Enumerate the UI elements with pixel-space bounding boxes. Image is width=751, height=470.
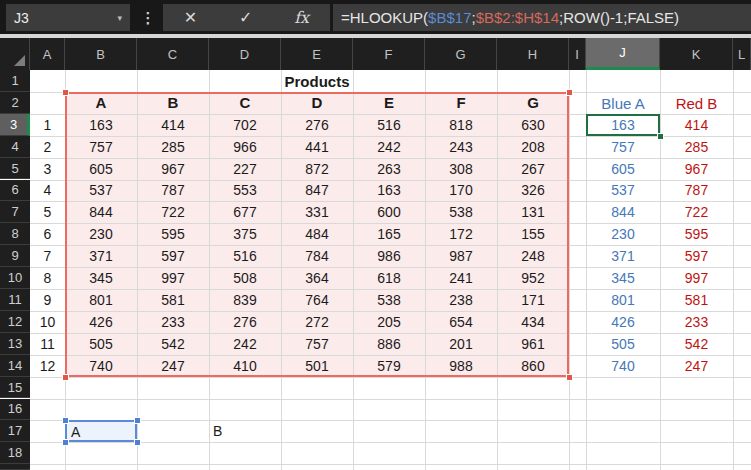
cell-B3[interactable]: 163	[65, 114, 137, 136]
cell-A12[interactable]: 10	[30, 311, 65, 333]
cell-J3[interactable]: 163	[586, 114, 660, 136]
cell-C9[interactable]: 597	[137, 245, 209, 267]
cell-E14[interactable]: 501	[281, 355, 353, 377]
cell-D12[interactable]: 276	[209, 311, 281, 333]
cell-G12[interactable]: 654	[425, 311, 497, 333]
cell-G14[interactable]: 988	[425, 355, 497, 377]
cell-H2[interactable]: G	[497, 92, 569, 114]
cell-B12[interactable]: 426	[65, 311, 137, 333]
cell-D10[interactable]: 508	[209, 267, 281, 289]
cell-K11[interactable]: 581	[660, 289, 733, 311]
formula-input[interactable]: =HLOOKUP($B$17;$B$2:$H$14;ROW()-1;FALSE)	[341, 9, 679, 26]
row-header-11[interactable]: 11	[0, 289, 30, 311]
cell-G5[interactable]: 308	[425, 158, 497, 180]
row-header-13[interactable]: 13	[0, 333, 30, 355]
cell-E7[interactable]: 331	[281, 201, 353, 223]
cell-A5[interactable]: 3	[30, 158, 65, 180]
cell-B4[interactable]: 757	[65, 136, 137, 158]
cell-A14[interactable]: 12	[30, 355, 65, 377]
cell-G4[interactable]: 243	[425, 136, 497, 158]
range-handle[interactable]	[62, 417, 69, 424]
cell-K8[interactable]: 595	[660, 223, 733, 245]
cell-G6[interactable]: 170	[425, 180, 497, 202]
cell-A13[interactable]: 11	[30, 333, 65, 355]
cell-A11[interactable]: 9	[30, 289, 65, 311]
cell-E9[interactable]: 784	[281, 245, 353, 267]
column-header-L[interactable]: L	[733, 38, 751, 70]
cell-A6[interactable]: 4	[30, 180, 65, 202]
cell-F12[interactable]: 205	[353, 311, 425, 333]
cell-F3[interactable]: 516	[353, 114, 425, 136]
cell-F4[interactable]: 242	[353, 136, 425, 158]
cell-C3[interactable]: 414	[137, 114, 209, 136]
cell-J4[interactable]: 757	[586, 136, 660, 158]
cell-K10[interactable]: 997	[660, 267, 733, 289]
row-header-7[interactable]: 7	[0, 201, 30, 223]
cancel-icon[interactable]: ✕	[184, 8, 197, 27]
cell-H6[interactable]: 326	[497, 180, 569, 202]
column-header-H[interactable]: H	[497, 38, 569, 70]
cell-F8[interactable]: 165	[353, 223, 425, 245]
cell-H3[interactable]: 630	[497, 114, 569, 136]
cell-F14[interactable]: 579	[353, 355, 425, 377]
cell-H5[interactable]: 267	[497, 158, 569, 180]
cell-G13[interactable]: 201	[425, 333, 497, 355]
row-header-8[interactable]: 8	[0, 223, 30, 245]
cell-F10[interactable]: 618	[353, 267, 425, 289]
cell-B2[interactable]: A	[65, 92, 137, 114]
cell-G8[interactable]: 172	[425, 223, 497, 245]
cell-merged-title[interactable]: Products	[65, 70, 569, 92]
column-header-J[interactable]: J	[586, 38, 660, 70]
cell-H14[interactable]: 860	[497, 355, 569, 377]
cell-C6[interactable]: 787	[137, 180, 209, 202]
cell-E13[interactable]: 757	[281, 333, 353, 355]
cell-C10[interactable]: 997	[137, 267, 209, 289]
column-header-E[interactable]: E	[281, 38, 353, 70]
cell-B17[interactable]: A	[67, 421, 135, 442]
cell-J11[interactable]: 801	[586, 289, 660, 311]
column-header-B[interactable]: B	[65, 38, 137, 70]
cell-H9[interactable]: 248	[497, 245, 569, 267]
row-header-12[interactable]: 12	[0, 311, 30, 333]
cell-G2[interactable]: F	[425, 92, 497, 114]
row-header-17[interactable]: 17	[0, 420, 30, 442]
column-header-I[interactable]: I	[569, 38, 586, 70]
row-header-4[interactable]: 4	[0, 136, 30, 158]
cell-C4[interactable]: 285	[137, 136, 209, 158]
cell-D13[interactable]: 242	[209, 333, 281, 355]
cell-J2-blue-header[interactable]: Blue A	[586, 92, 660, 114]
cell-F5[interactable]: 263	[353, 158, 425, 180]
cell-C5[interactable]: 967	[137, 158, 209, 180]
cell-D17[interactable]: B	[209, 420, 281, 442]
cell-G9[interactable]: 987	[425, 245, 497, 267]
cell-J14[interactable]: 740	[586, 355, 660, 377]
cell-H11[interactable]: 171	[497, 289, 569, 311]
cell-D11[interactable]: 839	[209, 289, 281, 311]
cell-E8[interactable]: 484	[281, 223, 353, 245]
row-header-18[interactable]: 18	[0, 442, 30, 464]
cell-C13[interactable]: 542	[137, 333, 209, 355]
cell-J9[interactable]: 371	[586, 245, 660, 267]
row-header-6[interactable]: 6	[0, 180, 30, 202]
cell-D4[interactable]: 966	[209, 136, 281, 158]
cell-A8[interactable]: 6	[30, 223, 65, 245]
cell-K2-red-header[interactable]: Red B	[660, 92, 733, 114]
cell-K6[interactable]: 787	[660, 180, 733, 202]
cell-K5[interactable]: 967	[660, 158, 733, 180]
cell-C2[interactable]: B	[137, 92, 209, 114]
cell-J13[interactable]: 505	[586, 333, 660, 355]
cell-F2[interactable]: E	[353, 92, 425, 114]
column-header-A[interactable]: A	[30, 38, 65, 70]
range-handle[interactable]	[62, 439, 69, 446]
cell-B10[interactable]: 345	[65, 267, 137, 289]
cell-J5[interactable]: 605	[586, 158, 660, 180]
column-header-G[interactable]: G	[425, 38, 497, 70]
cell-A3[interactable]: 1	[30, 114, 65, 136]
cell-E3[interactable]: 276	[281, 114, 353, 136]
cell-E11[interactable]: 764	[281, 289, 353, 311]
cell-J8[interactable]: 230	[586, 223, 660, 245]
column-header-K[interactable]: K	[660, 38, 733, 70]
column-header-D[interactable]: D	[209, 38, 281, 70]
cell-B13[interactable]: 505	[65, 333, 137, 355]
row-header-15[interactable]: 15	[0, 377, 30, 399]
